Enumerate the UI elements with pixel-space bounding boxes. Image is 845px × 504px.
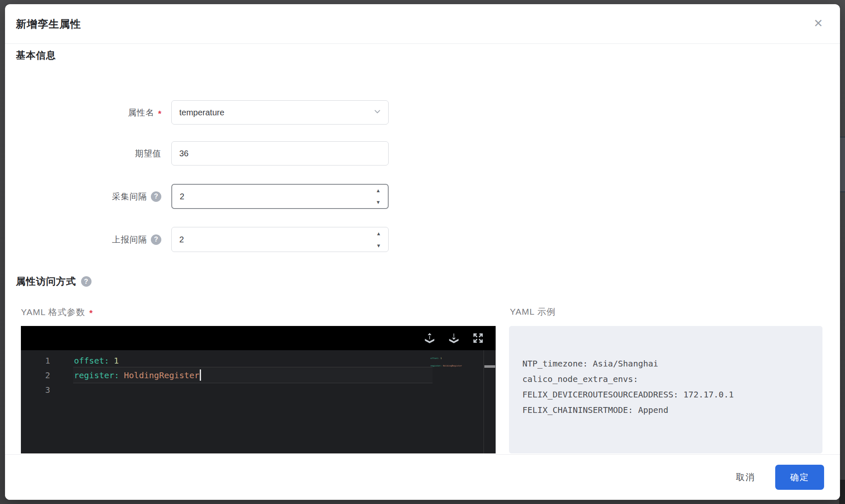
yaml-example-label: YAML 示例 [510, 306, 556, 318]
code-line: 1 offset:1 [21, 353, 496, 368]
scrollbar-thumb[interactable] [484, 365, 495, 368]
expected-value-label: 期望值 [135, 148, 161, 159]
background-page-fragment [840, 137, 845, 192]
step-down-button[interactable]: ▼ [369, 196, 388, 208]
expand-icon[interactable] [471, 331, 485, 345]
section-title-access-mode: 属性访问方式 ? [16, 275, 92, 288]
line-number: 3 [21, 385, 50, 395]
close-icon: ✕ [814, 17, 823, 30]
help-icon-access-mode[interactable]: ? [81, 276, 92, 287]
collect-interval-label: 采集间隔 [112, 191, 147, 202]
form-row-report-interval: 上报间隔 ? 2 ▲ ▼ [54, 227, 389, 252]
down-arrow-icon: ▼ [376, 243, 381, 248]
example-line: FELIX_CHAININSERTMODE: Append [522, 402, 812, 418]
collect-interval-stepper: ▲ ▼ [369, 185, 388, 208]
property-name-select-value: temperature [172, 108, 224, 117]
step-down-button[interactable]: ▼ [369, 239, 388, 252]
yaml-params-label: YAML 格式参数 * [21, 306, 93, 318]
download-icon[interactable] [447, 331, 461, 345]
report-interval-label: 上报间隔 [112, 234, 147, 245]
example-line: FELIX_DEVICEROUTESOURCEADDRESS: 172.17.0… [522, 387, 812, 402]
upload-icon[interactable] [423, 331, 436, 345]
collect-interval-text: 2 [172, 192, 184, 201]
text-cursor [200, 369, 201, 381]
cancel-button[interactable]: 取消 [736, 471, 755, 483]
code-line: 2 register:HoldingRegister [21, 368, 496, 382]
scrollbar-track [484, 350, 484, 453]
expected-value-text: 36 [172, 149, 188, 158]
property-name-label: 属性名 [128, 107, 154, 118]
form-row-expected-value: 期望值 36 [54, 141, 389, 165]
code-line: 3 [21, 382, 496, 397]
dialog-header: 新增孪生属性 ✕ [5, 4, 840, 44]
required-asterisk: * [158, 107, 161, 119]
property-name-select[interactable]: temperature [171, 100, 389, 125]
editor-content[interactable]: 1 offset:1 2 register:HoldingRegister 3 … [21, 350, 496, 453]
yaml-example-box: NTP_timezone: Asia/Shanghai calico_node_… [509, 326, 822, 453]
section-title-basic-info: 基本信息 [16, 49, 56, 62]
collect-interval-input[interactable]: 2 ▲ ▼ [171, 184, 389, 209]
editor-minimap: offset:1 register:HoldingRegister [430, 352, 462, 372]
example-line: calico_node_extra_envs: [522, 372, 812, 387]
example-line: NTP_timezone: Asia/Shanghai [522, 356, 812, 372]
yaml-code-editor[interactable]: 1 offset:1 2 register:HoldingRegister 3 … [21, 326, 496, 453]
report-interval-stepper: ▲ ▼ [369, 227, 388, 252]
help-icon-collect-interval[interactable]: ? [151, 191, 161, 202]
dialog-title: 新增孪生属性 [16, 17, 81, 31]
up-arrow-icon: ▲ [376, 188, 381, 193]
add-twin-property-dialog: 新增孪生属性 ✕ 基本信息 属性名 * temperature 期望值 36 [5, 4, 840, 500]
line-number: 2 [21, 370, 50, 380]
ok-button[interactable]: 确定 [775, 465, 824, 490]
expected-value-input[interactable]: 36 [171, 141, 389, 165]
close-button[interactable]: ✕ [809, 14, 827, 33]
report-interval-input[interactable]: 2 ▲ ▼ [171, 227, 389, 252]
down-arrow-icon: ▼ [376, 200, 381, 205]
dialog-footer: 取消 确定 [5, 454, 840, 500]
line-number: 1 [21, 356, 50, 366]
help-icon-report-interval[interactable]: ? [151, 234, 161, 245]
step-up-button[interactable]: ▲ [369, 185, 388, 196]
form-row-collect-interval: 采集间隔 ? 2 ▲ ▼ [54, 184, 389, 209]
step-up-button[interactable]: ▲ [369, 227, 388, 239]
form-row-property-name: 属性名 * temperature [54, 100, 389, 125]
up-arrow-icon: ▲ [376, 231, 381, 236]
required-asterisk: * [89, 306, 93, 318]
report-interval-text: 2 [172, 235, 184, 244]
editor-toolbar [21, 326, 496, 350]
background-page-corner [839, 480, 845, 504]
chevron-down-icon [373, 107, 382, 117]
